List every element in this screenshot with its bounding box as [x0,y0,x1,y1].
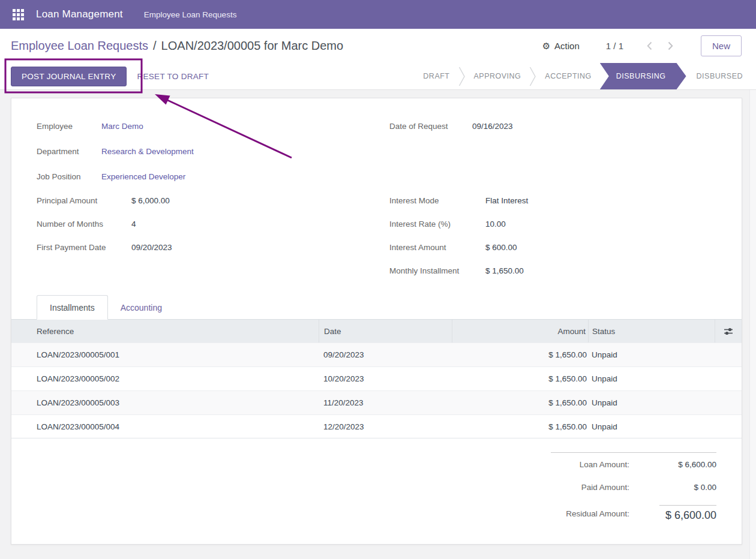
job-position-link[interactable]: Experienced Developer [101,172,185,181]
pager-value: 1 / 1 [606,41,623,51]
total-loan-amount: Loan Amount: $ 6,600.00 [551,453,716,476]
app-name[interactable]: Loan Management [36,8,123,20]
principal-amount-value: $ 6,000.00 [131,196,170,205]
field-label: Principal Amount [37,196,131,205]
apps-grid-icon[interactable] [13,9,24,20]
sliders-icon [724,327,733,336]
column-header-amount[interactable]: Amount [452,320,588,342]
stage-accepting[interactable]: ACCEPTING [536,63,599,89]
total-paid-amount: Paid Amount: $ 0.00 [551,476,716,498]
field-number-of-months: Number of Months 4 [37,212,389,236]
total-label: Paid Amount: [551,483,629,492]
statusbar: DRAFT APPROVING ACCEPTING DISBURSING DIS… [415,63,753,89]
field-label: Interest Mode [389,196,485,205]
breadcrumb-parent-link[interactable]: Employee Loan Requests [11,39,148,52]
cell-reference: LOAN/2023/00005/001 [11,343,319,366]
field-department: Department Research & Development [37,139,389,164]
nav-menu-employee-loan-requests[interactable]: Employee Loan Requests [144,10,237,19]
paid-amount-value: $ 0.00 [629,483,716,492]
interest-mode-value: Flat Interest [485,196,528,205]
field-interest-amount: Interest Amount $ 600.00 [389,236,716,259]
field-label: Number of Months [37,220,131,229]
residual-amount-value: $ 6,600.00 [659,505,716,522]
table-row[interactable]: LOAN/2023/00005/001 09/20/2023 $ 1,650.0… [11,342,742,366]
field-job-position: Job Position Experienced Developer [37,164,389,189]
field-label: Job Position [37,172,101,181]
breadcrumb: Employee Loan Requests/LOAN/2023/00005 f… [11,39,343,53]
loan-amount-value: $ 6,600.00 [629,460,716,469]
cell-amount: $ 1,650.00 [452,367,588,390]
cell-date: 10/20/2023 [319,367,452,390]
stage-disbursing[interactable]: DISBURSING [600,63,686,89]
total-label: Residual Amount: [551,509,629,518]
cell-status: Unpaid [588,343,715,366]
notebook-tabs: Installments Accounting [11,295,742,320]
stage-disbursed[interactable]: DISBURSED [686,63,753,89]
field-date-of-request: Date of Request 09/16/2023 [389,113,716,139]
breadcrumb-separator: / [153,39,157,52]
total-label: Loan Amount: [551,460,629,469]
cell-amount: $ 1,650.00 [452,415,588,438]
field-monthly-installment: Monthly Installment $ 1,650.00 [389,259,716,282]
stage-approving[interactable]: APPROVING [466,63,530,89]
field-label: Department [37,147,101,156]
column-header-status[interactable]: Status [588,320,715,342]
table-row[interactable]: LOAN/2023/00005/003 11/20/2023 $ 1,650.0… [11,390,742,414]
table-row[interactable]: LOAN/2023/00005/004 12/20/2023 $ 1,650.0… [11,414,742,438]
chevron-left-icon [647,41,652,50]
pager-nav [639,38,681,54]
cell-reference: LOAN/2023/00005/003 [11,391,319,414]
stage-draft[interactable]: DRAFT [415,63,458,89]
date-of-request-value: 09/16/2023 [472,122,513,131]
total-residual-amount: Residual Amount: $ 6,600.00 [551,498,716,528]
field-principal-amount: Principal Amount $ 6,000.00 [37,189,389,212]
department-link[interactable]: Research & Development [101,147,194,156]
chevron-separator-icon [458,63,466,89]
cell-status: Unpaid [588,391,715,414]
first-payment-date-value: 09/20/2023 [131,243,172,252]
scrollbar-track[interactable] [749,90,756,559]
cell-date: 11/20/2023 [319,391,452,414]
content-area: Employee Marc Demo Department Research &… [0,90,756,545]
field-label: Monthly Installment [389,266,485,275]
cell-date: 12/20/2023 [319,415,452,438]
loan-form: Employee Marc Demo Department Research &… [11,98,742,282]
field-interest-rate: Interest Rate (%) 10.00 [389,212,716,236]
tab-installments[interactable]: Installments [37,295,108,320]
installments-table: Reference Date Amount Status LOAN/2023/0… [11,320,742,438]
table-row[interactable]: LOAN/2023/00005/002 10/20/2023 $ 1,650.0… [11,366,742,390]
pager-previous-button[interactable] [639,38,660,54]
cell-status: Unpaid [588,415,715,438]
optional-columns-button[interactable] [715,320,742,342]
column-header-date[interactable]: Date [319,320,452,342]
tab-accounting[interactable]: Accounting [108,295,175,320]
field-label: Interest Rate (%) [389,220,485,229]
reset-to-draft-button[interactable]: RESET TO DRAFT [137,72,209,81]
interest-rate-value: 10.00 [485,220,506,229]
gear-icon: ⚙ [542,41,550,52]
field-label: Interest Amount [389,243,485,252]
table-header-row: Reference Date Amount Status [11,320,742,342]
cell-status: Unpaid [588,367,715,390]
post-journal-entry-button[interactable]: POST JOURNAL ENTRY [11,67,127,86]
column-header-reference[interactable]: Reference [11,320,319,342]
pager-next-button[interactable] [660,38,681,54]
breadcrumb-current: LOAN/2023/00005 for Marc Demo [161,39,344,52]
action-menu-button[interactable]: ⚙ Action [542,41,580,52]
control-panel: Employee Loan Requests/LOAN/2023/00005 f… [0,29,756,90]
field-employee: Employee Marc Demo [37,113,389,139]
field-label: First Payment Date [37,243,131,252]
monthly-installment-value: $ 1,650.00 [485,266,524,275]
field-label: Date of Request [389,122,472,131]
chevron-separator-icon [529,63,536,89]
new-button[interactable]: New [701,35,742,56]
cell-reference: LOAN/2023/00005/004 [11,415,319,438]
form-sheet: Employee Marc Demo Department Research &… [11,98,742,545]
field-label: Employee [37,122,101,131]
field-first-payment-date: First Payment Date 09/20/2023 [37,236,389,259]
totals-section: Loan Amount: $ 6,600.00 Paid Amount: $ 0… [11,452,742,528]
field-interest-mode: Interest Mode Flat Interest [389,189,716,212]
number-of-months-value: 4 [131,220,136,229]
employee-link[interactable]: Marc Demo [101,122,143,131]
interest-amount-value: $ 600.00 [485,243,517,252]
